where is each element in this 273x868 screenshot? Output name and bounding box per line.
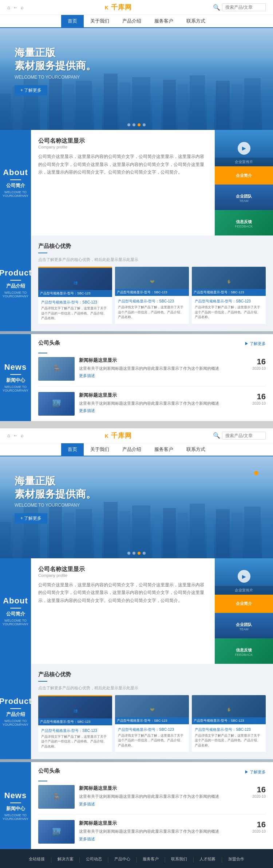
hero-dot-4-2[interactable] [143, 552, 146, 555]
footer-nav-7[interactable]: 人才招募 [199, 856, 215, 863]
video-card-2[interactable]: ▶ 企业宣传片 [215, 558, 273, 595]
info-card-2[interactable]: 信息反馈 FEEDBACK [215, 638, 273, 664]
info-card[interactable]: 信息反馈 FEEDBACK [215, 210, 273, 235]
search-icon-header[interactable]: ⌕ [21, 5, 24, 10]
page-2: ⌂ ← ⌕ K 千库网 🔍 首页 关于我们 产品介绍 服务客户 联系方式 [0, 428, 273, 868]
news-item-1-2: 🪑 新闻标题这里显示 这里有关于这则新闻标题这里显示的内容此显示显示显示了作为这… [38, 785, 266, 815]
hero-text: 海量正版 素材服务提供商。 WELCOME TO YOURCOMPANY + 了… [15, 46, 96, 96]
footer-nav-3[interactable]: 公司动态 [86, 856, 102, 863]
hero-cta-button[interactable]: + 了解更多 [15, 85, 47, 96]
product-divider [10, 280, 21, 281]
nav-service[interactable]: 服务客户 [148, 15, 180, 27]
header-search: 🔍 [213, 3, 266, 11]
news-title-1-2[interactable]: 新闻标题这里显示 [79, 785, 243, 792]
footer-nav-4[interactable]: 产品中心 [114, 856, 130, 863]
team-card-2[interactable]: 企业团队 TEAM [215, 613, 273, 638]
search-input[interactable] [222, 3, 266, 11]
about-sub-text-2: WELCOME TO YOURCOMPANY [3, 619, 28, 626]
search-icon[interactable]: 🔍 [213, 4, 220, 11]
nav-about[interactable]: 关于我们 [84, 15, 116, 27]
footer-nav-6[interactable]: 联系我们 [171, 856, 187, 863]
nav-home[interactable]: 首页 [61, 15, 84, 27]
nav-about-2[interactable]: 关于我们 [84, 443, 116, 456]
footer-nav-8[interactable]: 加盟合作 [228, 856, 244, 863]
nav-service-2[interactable]: 服务客户 [148, 443, 180, 456]
about-cards: ▶ 企业宣传片 企业简介 企业团队 TEAM 信息反馈 FEEDBACK [215, 130, 273, 235]
team-card[interactable]: 企业团队 TEAM [215, 185, 273, 210]
about-section: About 公司简介 WELCOME TO YOURCOMPANY 公司名称这里… [0, 130, 273, 235]
product-content: 产品核心优势 点击了解更多产品的核心优势，稍后此处显示显示此显示 👥 产品型号规… [31, 235, 273, 331]
product-item-2[interactable]: 🤝 产品型号规格显示-型号：SBC-123 产品型号规格显示-型号：SBC-12… [115, 267, 189, 324]
news-title-2[interactable]: 新闻标题这里显示 [79, 392, 243, 399]
hero-dot-4[interactable] [143, 123, 146, 126]
back-icon-2[interactable]: ← [13, 433, 18, 438]
product-sub-text-2: WELCOME TO YOURCOMPANY [3, 719, 28, 726]
enterprise-label: 企业简介 [236, 173, 252, 178]
news-readmore-1[interactable]: 更多描述 [79, 373, 243, 378]
site-logo-2[interactable]: K 千库网 [105, 431, 132, 440]
product-item-3-2[interactable]: ✋ 产品型号规格显示-型号：SBC-123 产品型号规格显示-型号：SBC-12… [192, 695, 266, 752]
hero-dot-1-2[interactable] [127, 552, 130, 555]
home-icon[interactable]: ⌂ [7, 5, 10, 10]
nav-contact[interactable]: 联系方式 [180, 15, 212, 27]
hero-dot-2[interactable] [132, 123, 135, 126]
news-readmore-2-2[interactable]: 更多描述 [79, 836, 243, 842]
hero-text-2: 海量正版 素材服务提供商。 WELCOME TO YOURCOMPANY + 了… [15, 475, 96, 524]
enterprise-card[interactable]: 企业简介 [215, 166, 273, 185]
footer-nav-2[interactable]: 解决方案 [58, 856, 74, 863]
about-zh-title-2: 公司简介 [6, 611, 25, 617]
product-underline-2 [38, 681, 47, 682]
hero-dot-2-2[interactable] [132, 552, 135, 555]
news-item-1: 🪑 新闻标题这里显示 这里有关于这则新闻标题这里显示的内容此显示显示显示了作为这… [38, 357, 266, 387]
site-logo[interactable]: K 千库网 [105, 3, 132, 12]
home-icon-2[interactable]: ⌂ [7, 433, 10, 438]
product-item-1[interactable]: 👥 产品型号规格显示-型号：SBC-123 产品型号规格显示-型号：SBC-12… [38, 267, 112, 324]
nav-product[interactable]: 产品介绍 [116, 15, 148, 27]
hero-cta-button-2[interactable]: + 了解更多 [15, 513, 47, 524]
news-header: 公司头条 ▶ 了解更多 [38, 340, 266, 348]
search-icon-2[interactable]: 🔍 [213, 432, 220, 439]
footer-nav-1[interactable]: 全站链接 [29, 856, 45, 863]
news-title-2-2[interactable]: 新闻标题这里显示 [79, 820, 243, 827]
product-zh-title-2: 产品介绍 [6, 711, 25, 718]
svg-rect-8 [104, 74, 118, 130]
news-body-2: 新闻标题这里显示 这里有关于这则新闻标题这里显示的内容此显示显示显示了作为这个新… [79, 392, 243, 416]
play-button-2[interactable]: ▶ [238, 570, 250, 583]
svg-rect-10 [132, 77, 150, 130]
svg-rect-16 [216, 81, 230, 130]
footer-nav-5[interactable]: 服务客户 [143, 856, 159, 863]
news-more-link[interactable]: ▶ 了解更多 [245, 341, 266, 346]
news-excerpt-1: 这里有关于这则新闻标题这里显示的内容此显示显示显示了作为这个新闻的概述 [79, 365, 243, 372]
news-more-link-2[interactable]: ▶ 了解更多 [245, 769, 266, 775]
enterprise-card-2[interactable]: 企业简介 [215, 595, 273, 613]
header-icons: ⌂ ← ⌕ [7, 5, 24, 10]
product-img-label-2: 产品型号规格显示-型号：SBC-123 [115, 289, 189, 296]
search-icon-header-2[interactable]: ⌕ [21, 433, 24, 438]
play-button[interactable]: ▶ [238, 142, 250, 155]
product-item-1-2[interactable]: 👥 产品型号规格显示-型号：SBC-123 产品型号规格显示-型号：SBC-12… [38, 695, 112, 752]
product-item-2-2[interactable]: 🤝 产品型号规格显示-型号：SBC-123 产品型号规格显示-型号：SBC-12… [115, 695, 189, 752]
hero-dot-3-2[interactable] [138, 552, 141, 555]
hero-dot-1[interactable] [127, 123, 130, 126]
nav-product-2[interactable]: 产品介绍 [116, 443, 148, 456]
back-icon[interactable]: ← [13, 5, 18, 10]
news-readmore-2[interactable]: 更多描述 [79, 408, 243, 413]
svg-rect-11 [152, 86, 161, 130]
svg-rect-29 [119, 511, 130, 558]
hero-subtitle-2: WELCOME TO YOURCOMPANY [15, 503, 96, 508]
hero-dot-3[interactable] [138, 123, 141, 126]
news-title-1[interactable]: 新闻标题这里显示 [79, 357, 243, 364]
news-date-1: 16 2020-10 [248, 357, 266, 381]
news-en-title-2: News [4, 791, 27, 800]
product-section-title: 产品核心优势 [38, 243, 71, 250]
video-card[interactable]: ▶ 企业宣传片 [215, 130, 273, 166]
orange-dot [254, 471, 258, 475]
nav-contact-2[interactable]: 联系方式 [180, 443, 212, 456]
product-item-3[interactable]: ✋ 产品型号规格显示-型号：SBC-123 产品型号规格显示-型号：SBC-12… [192, 267, 266, 324]
product-info-1: 产品型号规格显示-型号：SBC-123 产品详情文字了解产品了解，这里显示了关于… [38, 297, 112, 324]
nav-home-2[interactable]: 首页 [61, 443, 84, 456]
search-input-2[interactable] [222, 432, 266, 440]
news-item-2: 🏙️ 新闻标题这里显示 这里有关于这则新闻标题这里显示的内容此显示显示显示了作为… [38, 392, 266, 416]
news-excerpt-2: 这里有关于这则新闻标题这里显示的内容此显示显示显示了作为这个新闻的概述 [79, 400, 243, 407]
news-readmore-1-2[interactable]: 更多描述 [79, 801, 243, 807]
